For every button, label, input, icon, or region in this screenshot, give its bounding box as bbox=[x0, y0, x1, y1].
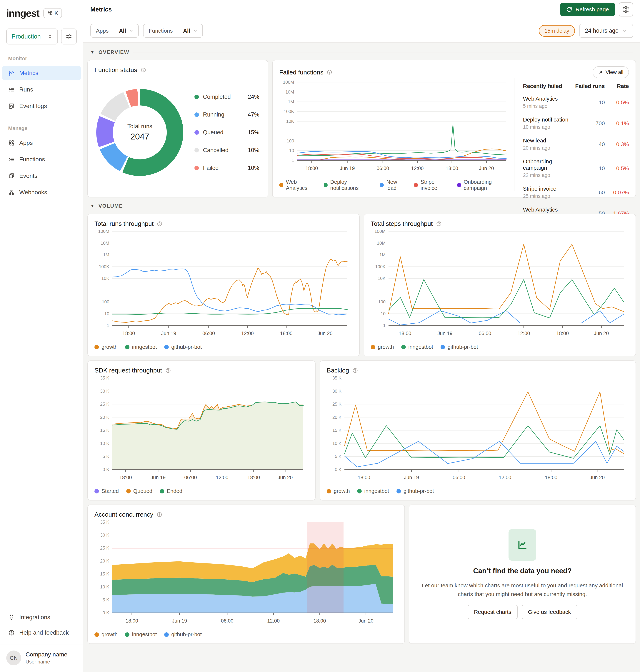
svg-text:10M: 10M bbox=[285, 89, 294, 95]
svg-text:10K: 10K bbox=[101, 276, 109, 281]
sidebar-item-integrations[interactable]: Integrations bbox=[2, 610, 81, 625]
chart-request-icon bbox=[509, 529, 536, 561]
sliders-icon bbox=[66, 33, 72, 40]
legend-item[interactable]: github-pr-bot bbox=[164, 344, 202, 350]
table-row[interactable]: Web Analytics 5 mins ago 10 0.5% bbox=[523, 92, 629, 113]
svg-text:1: 1 bbox=[383, 323, 386, 328]
legend-dot bbox=[164, 345, 169, 349]
sidebar-item-label: Events bbox=[19, 172, 38, 179]
col-recently-failed: Recently failed bbox=[523, 83, 570, 89]
svg-text:Jun 19: Jun 19 bbox=[172, 618, 187, 624]
total-steps-card: Total steps throughput 100M10M1M100K10K1… bbox=[364, 214, 636, 356]
failed-functions-title: Failed functions bbox=[279, 69, 323, 76]
legend-dot bbox=[160, 489, 164, 494]
overview-section-label: OVERVIEW bbox=[99, 49, 129, 55]
overview-section-header[interactable]: ▼ OVERVIEW bbox=[90, 49, 633, 55]
legend-item[interactable]: growth bbox=[94, 344, 118, 350]
function-name: Web Analytics bbox=[523, 206, 570, 213]
environment-select[interactable]: Production bbox=[6, 29, 58, 44]
table-row[interactable]: Onboarding campaign 22 mins ago 10 0.5% bbox=[523, 155, 629, 182]
sidebar-item-event-logs[interactable]: Event logs bbox=[2, 99, 81, 113]
command-k-shortcut[interactable]: K bbox=[43, 8, 62, 18]
svg-text:1M: 1M bbox=[379, 252, 386, 257]
sidebar-item-help[interactable]: Help and feedback bbox=[2, 626, 81, 640]
legend-item[interactable]: inngestbot bbox=[125, 631, 157, 638]
backlog-chart: 35 K30 K25 K20 K15 K10 K5 K0 K18:00Jun 1… bbox=[327, 374, 629, 487]
legend-label: github-pr-bot bbox=[171, 344, 202, 350]
legend-item[interactable]: github-pr-bot bbox=[440, 344, 478, 350]
svg-text:Jun 19: Jun 19 bbox=[437, 331, 452, 336]
legend-dot bbox=[125, 632, 129, 637]
sdk-legend: StartedQueuedEnded bbox=[94, 488, 308, 494]
legend-dot bbox=[194, 112, 199, 117]
view-all-button[interactable]: View all bbox=[593, 66, 629, 78]
help-circle-icon[interactable] bbox=[157, 512, 162, 517]
legend-item[interactable]: growth bbox=[371, 344, 394, 350]
chevron-down-icon bbox=[129, 28, 133, 33]
help-circle-icon[interactable] bbox=[165, 368, 171, 373]
sidebar-item-apps[interactable]: Apps bbox=[2, 136, 81, 150]
inngest-logo: inngest bbox=[6, 8, 39, 19]
svg-text:100K: 100K bbox=[375, 264, 386, 269]
give-feedback-button[interactable]: Give us feedback bbox=[522, 605, 577, 619]
table-row[interactable]: New lead 20 mins ago 40 0.3% bbox=[523, 134, 629, 155]
monitor-section-label: Monitor bbox=[8, 56, 75, 61]
svg-text:18:00: 18:00 bbox=[247, 475, 260, 480]
legend-item[interactable]: Ended bbox=[160, 488, 183, 494]
svg-text:100M: 100M bbox=[283, 80, 294, 85]
functions-filter[interactable]: Functions All bbox=[143, 24, 203, 38]
sidebar-item-webhooks[interactable]: Webhooks bbox=[2, 185, 81, 200]
legend-item[interactable]: New lead bbox=[380, 179, 406, 191]
legend-item[interactable]: Onboarding campaign bbox=[457, 179, 511, 191]
help-circle-icon bbox=[8, 629, 15, 636]
svg-text:30 K: 30 K bbox=[332, 389, 341, 394]
svg-text:25 K: 25 K bbox=[100, 402, 109, 406]
sdk-chart: 35 K30 K25 K20 K15 K10 K5 K0 K18:00Jun 1… bbox=[94, 374, 308, 487]
account-concurrency-legend: growthinngestbotgithub-pr-bot bbox=[94, 631, 398, 638]
sidebar-item-runs[interactable]: Runs bbox=[2, 83, 81, 97]
sidebar-item-metrics[interactable]: Metrics bbox=[2, 66, 81, 80]
legend-item[interactable]: github-pr-bot bbox=[396, 488, 434, 494]
apps-icon bbox=[8, 140, 15, 146]
legend-item[interactable]: inngestbot bbox=[401, 344, 433, 350]
help-circle-icon[interactable] bbox=[141, 67, 146, 73]
table-row[interactable]: Stripe invoice 25 mins ago 60 0.07% bbox=[523, 182, 629, 203]
legend-dot bbox=[414, 183, 418, 187]
sidebar-item-functions[interactable]: Functions bbox=[2, 152, 81, 167]
legend-item[interactable]: growth bbox=[94, 631, 118, 638]
help-circle-icon[interactable] bbox=[157, 221, 162, 227]
help-circle-icon[interactable] bbox=[436, 221, 442, 227]
legend-item[interactable]: inngestbot bbox=[125, 344, 157, 350]
request-charts-button[interactable]: Request charts bbox=[468, 605, 518, 619]
table-row[interactable]: Deploy notification 10 mins ago 700 0.1% bbox=[523, 113, 629, 134]
legend-item[interactable]: Queued bbox=[126, 488, 152, 494]
event-logs-icon bbox=[8, 103, 15, 110]
failed-runs-value: 60 bbox=[570, 189, 605, 196]
legend-dot bbox=[194, 166, 199, 170]
legend-item[interactable]: Stripe invoice bbox=[414, 179, 450, 191]
time-range-select[interactable]: 24 hours ago bbox=[579, 24, 633, 38]
apps-filter[interactable]: Apps All bbox=[90, 24, 139, 38]
feedback-body: Let our team know which charts are most … bbox=[419, 581, 626, 599]
svg-text:18:00: 18:00 bbox=[399, 331, 411, 336]
refresh-page-button[interactable]: Refresh page bbox=[561, 3, 615, 16]
help-circle-icon[interactable] bbox=[327, 70, 332, 75]
status-legend-row: Queued 15% bbox=[194, 124, 259, 141]
legend-item[interactable]: Web Analytics bbox=[279, 179, 316, 191]
settings-button[interactable] bbox=[619, 2, 633, 16]
legend-item[interactable]: growth bbox=[327, 488, 350, 494]
legend-item[interactable]: github-pr-bot bbox=[164, 631, 202, 638]
status-label: Queued bbox=[203, 129, 223, 136]
account-concurrency-title: Account concurrency bbox=[94, 511, 153, 518]
legend-label: github-pr-bot bbox=[448, 344, 478, 350]
gear-icon bbox=[623, 6, 629, 13]
environment-filter-button[interactable] bbox=[61, 29, 77, 44]
legend-item[interactable]: Started bbox=[94, 488, 119, 494]
sidebar-item-events[interactable]: Events bbox=[2, 169, 81, 183]
help-circle-icon[interactable] bbox=[352, 368, 358, 373]
profile-button[interactable]: CN Company name User name bbox=[0, 645, 83, 672]
legend-item[interactable]: Deploy notifications bbox=[324, 179, 373, 191]
legend-item[interactable]: inngestbot bbox=[357, 488, 389, 494]
svg-text:15 K: 15 K bbox=[100, 571, 109, 576]
legend-dot bbox=[440, 345, 445, 349]
